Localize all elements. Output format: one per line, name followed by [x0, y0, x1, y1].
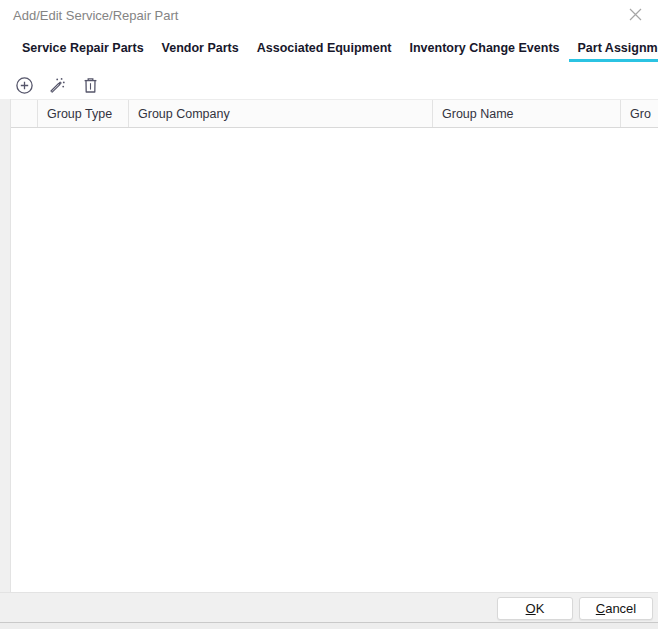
cancel-button-label: C: [596, 601, 605, 616]
window-title: Add/Edit Service/Repair Part: [13, 8, 178, 23]
edit-button[interactable]: [46, 74, 68, 96]
magic-wand-icon: [48, 76, 67, 95]
ok-button-label: O: [526, 601, 536, 616]
tab-associated-equipment[interactable]: Associated Equipment: [248, 36, 401, 62]
column-header-group-type[interactable]: Group Type: [38, 100, 129, 127]
tab-inventory-change-events[interactable]: Inventory Change Events: [400, 36, 568, 62]
tab-part-assignments[interactable]: Part Assignments: [569, 36, 658, 62]
dialog-bottom-edge: [0, 622, 658, 629]
tab-service-repair-parts[interactable]: Service Repair Parts: [13, 36, 153, 62]
tab-bar: Service Repair Parts Vendor Parts Associ…: [13, 36, 658, 62]
column-header-group-company[interactable]: Group Company: [129, 100, 433, 127]
grid-body-empty[interactable]: [11, 128, 658, 592]
add-button[interactable]: [13, 74, 35, 96]
title-bar: Add/Edit Service/Repair Part: [0, 0, 658, 32]
column-header-group-truncated[interactable]: Gro: [621, 100, 658, 127]
tab-vendor-parts[interactable]: Vendor Parts: [153, 36, 248, 62]
dialog-content: Group Type Group Company Group Name Gro: [0, 99, 658, 592]
dialog-footer: OK Cancel: [0, 592, 658, 622]
column-header-group-name[interactable]: Group Name: [433, 100, 621, 127]
ok-button[interactable]: OK: [497, 597, 573, 620]
close-button[interactable]: [625, 6, 645, 26]
column-header-indicator[interactable]: [11, 100, 38, 127]
trash-icon: [81, 76, 100, 95]
cancel-button[interactable]: Cancel: [579, 597, 653, 620]
grid-header-row: Group Type Group Company Group Name Gro: [11, 99, 658, 128]
circle-plus-icon: [15, 76, 34, 95]
part-assignments-grid: Group Type Group Company Group Name Gro: [10, 99, 658, 592]
grid-toolbar: [13, 72, 101, 98]
close-icon: [628, 7, 643, 26]
delete-button[interactable]: [79, 74, 101, 96]
